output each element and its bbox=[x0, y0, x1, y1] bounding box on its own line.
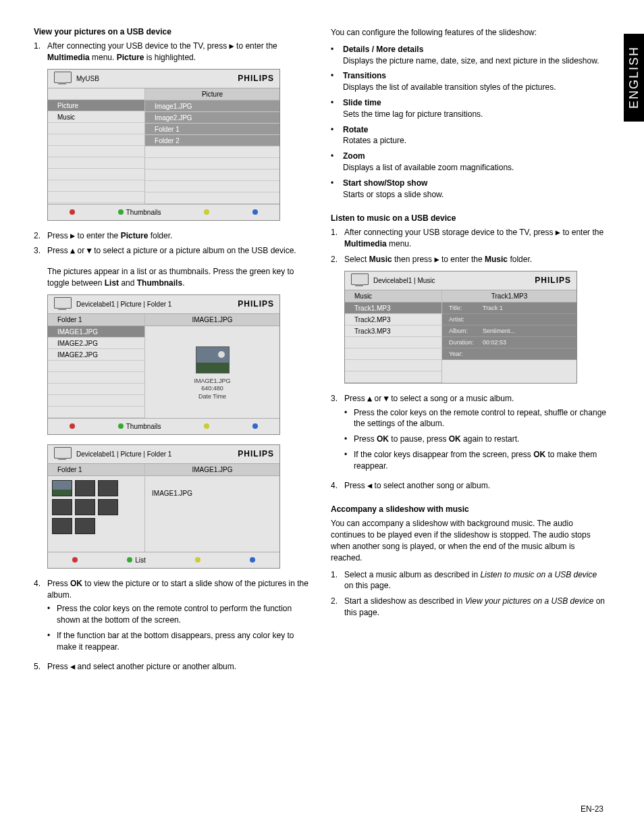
column-header: Folder 1 bbox=[48, 464, 144, 476]
green-key-icon bbox=[118, 423, 124, 429]
blue-key-icon bbox=[250, 557, 255, 563]
column-header: Folder 1 bbox=[48, 314, 144, 326]
list-item: Picture bbox=[48, 100, 144, 111]
right-arrow-icon: ▶ bbox=[229, 41, 234, 51]
steps-music: 1.After connecting your USB storage devi… bbox=[331, 227, 608, 265]
down-arrow-icon: ▼ bbox=[384, 394, 389, 403]
column-header: IMAGE1.JPG bbox=[145, 314, 279, 326]
brand-logo: PHILIPS bbox=[238, 74, 274, 83]
list-item: Folder 1 bbox=[145, 124, 279, 135]
list-item: Music bbox=[48, 111, 144, 123]
breadcrumb: Devicelabel1 | Picture | Folder 1 bbox=[76, 450, 238, 458]
screenshot-usb-root: MyUSB PHILIPS Picture Music Picture Imag… bbox=[47, 69, 280, 221]
list-item: Track1.MP3 bbox=[345, 303, 441, 314]
column-header: Picture bbox=[145, 88, 279, 101]
language-label: ENGLISH bbox=[627, 46, 641, 109]
list-item: Image1.JPG bbox=[145, 101, 279, 112]
thumbnail bbox=[52, 480, 72, 496]
thumbnail bbox=[52, 499, 72, 515]
left-column: View your pictures on a USB device 1. Af… bbox=[34, 27, 311, 676]
thumbnail bbox=[98, 499, 118, 515]
list-item: Folder 2 bbox=[145, 135, 279, 147]
steps-view-pictures: 1. After connecting your USB device to t… bbox=[34, 41, 311, 63]
blue-key-icon bbox=[252, 209, 258, 215]
heading-accompany: Accompany a slideshow with music bbox=[331, 504, 608, 514]
right-arrow-icon: ▶ bbox=[434, 255, 439, 264]
list-item: Track2.MP3 bbox=[345, 314, 441, 325]
brand-logo: PHILIPS bbox=[238, 449, 274, 459]
image-preview bbox=[196, 346, 230, 373]
screenshot-list-view: Devicelabel1 | Picture | Folder 1 PHILIP… bbox=[47, 294, 280, 435]
screenshot-music: Devicelabel1 | Music PHILIPS Music Track… bbox=[344, 271, 577, 384]
steps-continued-2: 4. Press OK to view the picture or to st… bbox=[34, 578, 311, 673]
thumbnail bbox=[75, 518, 95, 534]
right-arrow-icon: ▶ bbox=[556, 228, 560, 237]
list-item: Image2.JPG bbox=[145, 112, 279, 124]
yellow-key-icon bbox=[204, 209, 209, 215]
thumbnail bbox=[52, 518, 72, 534]
list-item: IMAGE2.JPG bbox=[48, 338, 144, 349]
green-key-icon bbox=[118, 209, 124, 215]
thumbnail bbox=[75, 499, 95, 515]
steps-accompany: 1.Select a music album as described in L… bbox=[331, 569, 608, 619]
slideshow-features: •Details / More detailsDisplays the pict… bbox=[331, 44, 608, 201]
column-header: IMAGE1.JPG bbox=[145, 464, 279, 476]
brand-logo: PHILIPS bbox=[535, 276, 571, 285]
language-tab: ENGLISH bbox=[624, 34, 644, 122]
screenshot-thumbnail-view: Devicelabel1 | Picture | Folder 1 PHILIP… bbox=[47, 444, 280, 569]
column-header: Track1.MP3 bbox=[442, 290, 576, 303]
red-key-icon bbox=[72, 557, 78, 563]
tv-icon bbox=[52, 447, 72, 461]
heading-view-pictures: View your pictures on a USB device bbox=[34, 27, 311, 36]
breadcrumb: Devicelabel1 | Music bbox=[373, 277, 535, 284]
slideshow-intro: You can configure the following features… bbox=[331, 27, 608, 38]
column-header: Music bbox=[345, 290, 441, 303]
page-number: EN-23 bbox=[581, 804, 603, 814]
red-key-icon bbox=[70, 423, 75, 429]
list-item: Track3.MP3 bbox=[345, 325, 441, 337]
tv-icon bbox=[52, 72, 72, 85]
green-key-icon bbox=[127, 557, 132, 563]
accompany-intro: You can accompany a slideshow with backg… bbox=[331, 518, 608, 563]
brand-logo: PHILIPS bbox=[238, 299, 274, 309]
right-column: You can configure the following features… bbox=[331, 27, 608, 676]
list-item: IMAGE2.JPG bbox=[48, 349, 144, 361]
thumbnail bbox=[98, 480, 118, 496]
list-item: IMAGE1.JPG bbox=[48, 326, 144, 338]
breadcrumb: Devicelabel1 | Picture | Folder 1 bbox=[76, 301, 238, 308]
heading-listen-music: Listen to music on a USB device bbox=[331, 213, 608, 223]
down-arrow-icon: ▼ bbox=[87, 246, 92, 255]
yellow-key-icon bbox=[195, 557, 200, 563]
page-content: View your pictures on a USB device 1. Af… bbox=[34, 27, 610, 676]
thumbnail-grid bbox=[48, 476, 144, 538]
yellow-key-icon bbox=[204, 423, 209, 429]
steps-continued: 2. Press ▶ to enter the Picture folder. … bbox=[34, 230, 311, 289]
breadcrumb: MyUSB bbox=[76, 75, 238, 82]
red-key-icon bbox=[70, 209, 75, 215]
thumbnail bbox=[75, 480, 95, 496]
tv-icon bbox=[349, 273, 369, 287]
blue-key-icon bbox=[252, 423, 258, 429]
steps-music-2: 3. Press ▲ or ▼ to select a song or a mu… bbox=[331, 393, 608, 492]
tv-icon bbox=[52, 297, 72, 311]
